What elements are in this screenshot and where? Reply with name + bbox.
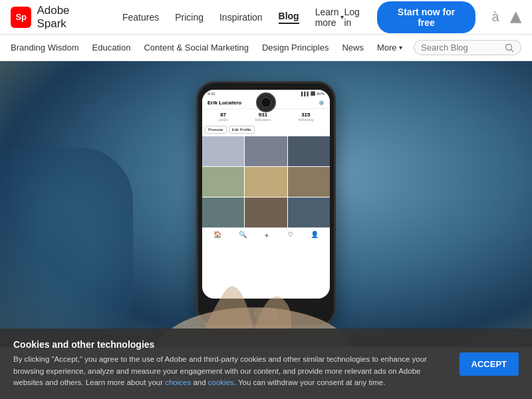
search-icon-insta: 🔍 [239,231,247,240]
grid-cell-8 [245,198,287,227]
cookie-title: Cookies and other technologies [13,339,449,350]
login-link[interactable]: Log in [344,7,368,28]
jacket-element [0,148,133,347]
nav-right-area: Log in Start now for free à [344,1,521,33]
nav-learn-more[interactable]: Learn more ▾ [315,7,344,28]
phone-home-button [255,308,278,320]
accept-button[interactable]: ACCEPT [460,352,519,376]
grid-cell-5 [245,167,287,197]
svg-point-0 [506,44,512,50]
adobe-logo-icon [507,10,521,25]
edit-profile-btn: Edit Profile [229,126,255,134]
secondary-nav-links: Branding Wisdom Education Content & Soci… [11,43,414,53]
nav-features[interactable]: Features [122,12,159,23]
sec-nav-more[interactable]: More ▾ [377,43,402,53]
phone-mockup: 9:41 ▌▌▌ ⬛ 90% Erik Lucatero ⚙️ 87 posts… [196,81,336,327]
start-now-button[interactable]: Start now for free [377,1,476,33]
adobe-icon: à [491,9,499,25]
grid-cell-1 [202,136,244,166]
secondary-navigation: Branding Wisdom Education Content & Soci… [0,35,532,61]
search-icon [505,43,514,53]
sec-nav-education[interactable]: Education [92,43,131,53]
cookie-body: By clicking "Accept," you agree to the u… [13,354,449,388]
phone-outer: 9:41 ▌▌▌ ⬛ 90% Erik Lucatero ⚙️ 87 posts… [196,81,336,327]
nav-inspiration[interactable]: Inspiration [219,12,263,23]
grid-cell-2 [245,136,287,166]
main-nav-links: Features Pricing Inspiration Blog Learn … [122,7,344,28]
grid-cell-3 [288,136,330,166]
camera-lens [261,97,271,108]
heart-icon: ♡ [287,231,293,240]
hero-section: 9:41 ▌▌▌ ⬛ 90% Erik Lucatero ⚙️ 87 posts… [0,61,532,347]
logo-area[interactable]: Sp Adobe Spark [11,4,101,31]
brand-name: Adobe Spark [37,4,101,31]
search-input[interactable] [421,43,501,53]
promote-btn: Promote [205,126,227,134]
cookie-text-area: Cookies and other technologies By clicki… [13,339,449,388]
sec-nav-content-social[interactable]: Content & Social Marketing [144,43,249,53]
adobe-spark-logo-icon: Sp [11,7,31,28]
search-box[interactable] [414,40,521,55]
choices-link[interactable]: choices [165,378,191,386]
svg-line-1 [511,49,514,52]
grid-cell-6 [288,167,330,197]
sec-nav-branding[interactable]: Branding Wisdom [11,43,79,53]
sec-nav-design[interactable]: Design Principles [262,43,329,53]
insta-bottom-nav: 🏠 🔍 ＋ ♡ 👤 [202,227,330,243]
insta-photo-grid [202,136,330,227]
grid-cell-7 [202,198,244,227]
insta-options: ⚙️ [319,100,325,106]
signal-display: ▌▌▌ ⬛ 90% [301,91,325,96]
phone-camera [256,92,276,112]
more-chevron-icon: ▾ [399,44,402,51]
following-stat: 315 following [298,112,313,122]
grid-cell-4 [202,167,244,197]
phone-screen: 9:41 ▌▌▌ ⬛ 90% Erik Lucatero ⚙️ 87 posts… [202,90,330,299]
plus-icon: ＋ [263,231,270,240]
nav-blog[interactable]: Blog [279,11,299,24]
insta-btn-row: Promote Edit Profile [202,124,330,135]
top-navigation: Sp Adobe Spark Features Pricing Inspirat… [0,0,532,35]
sec-nav-news[interactable]: News [342,43,364,53]
time-display: 9:41 [207,92,215,96]
cookie-banner: Cookies and other technologies By clicki… [0,329,532,399]
cookies-link[interactable]: cookies [208,378,234,386]
followers-stat: 931 followers [255,112,271,122]
posts-stat: 87 posts [218,112,227,122]
nav-pricing[interactable]: Pricing [175,12,203,23]
profile-icon: 👤 [311,231,319,240]
home-icon: 🏠 [213,231,221,240]
insta-username: Erik Lucatero [207,100,241,106]
grid-cell-9 [288,198,330,227]
